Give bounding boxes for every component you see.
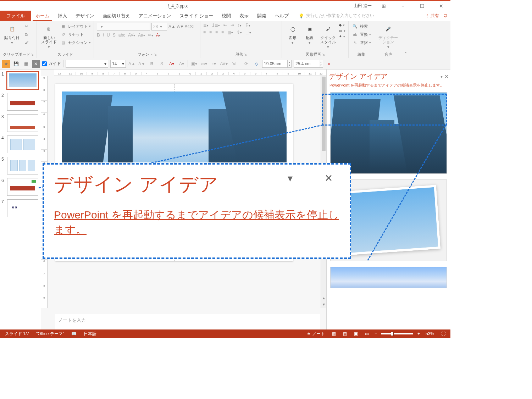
thumb-slide[interactable]: 2 [1, 93, 39, 111]
share-button[interactable]: ⇪ 共有 [426, 13, 439, 19]
shapes-button[interactable]: ◯図形▾ [285, 23, 300, 45]
arrange-button[interactable]: ▣配置▾ [302, 23, 317, 45]
collapse-ribbon-button[interactable]: ⌃ [402, 21, 409, 58]
close-pane-icon[interactable]: ✕ [32, 60, 40, 68]
notes-toggle[interactable]: ≐ ノート [304, 331, 328, 337]
strike-button[interactable]: abc [118, 33, 125, 38]
design-idea-item[interactable] [330, 267, 447, 288]
tab-help[interactable]: ヘルプ [271, 11, 293, 21]
shape-effects-button[interactable]: ✦▾ [339, 34, 345, 39]
launcher-icon[interactable]: ↘ [244, 52, 247, 56]
section-button[interactable]: ▤セクション▾ [60, 39, 91, 46]
tab-review[interactable]: 校閲 [217, 11, 235, 21]
reading-view-icon[interactable]: ▣ [350, 331, 361, 336]
guide-checkbox[interactable]: ガイド [42, 61, 61, 67]
scrollbar-thumb[interactable] [322, 77, 326, 151]
layout-button[interactable]: ▦レイアウト▾ [60, 23, 91, 30]
reset-button[interactable]: ↺リセット [60, 31, 91, 38]
ribbon-display-options[interactable]: ⊞ [377, 3, 391, 9]
align-center-button[interactable]: ≡ [209, 30, 212, 35]
dictate-button[interactable]: 🎤ディクテー ション▾ [377, 23, 399, 50]
shrink-font-icon[interactable]: A▼ [138, 60, 146, 68]
close-button[interactable]: ✕ [434, 3, 448, 9]
tab-view[interactable]: 表示 [235, 11, 253, 21]
pane-close-icon[interactable]: ✕ [445, 74, 448, 79]
group-icon[interactable]: ▭▾ [200, 60, 208, 68]
grid-icon[interactable]: ▦ [22, 60, 30, 68]
spacing-icon[interactable]: AV▾ [220, 60, 228, 68]
notes-placeholder[interactable]: ノートを入力 [55, 314, 320, 329]
save-icon[interactable]: 💾 [12, 60, 20, 68]
new-slide-button[interactable]: 🗎 新しい スライド ▾ [40, 23, 58, 50]
theme-name[interactable]: "Office テーマ" [33, 331, 68, 337]
justify-button[interactable]: ≡ [221, 30, 224, 35]
slide-counter[interactable]: スライド 1/7 [1, 331, 33, 337]
highlight-button[interactable]: ✏▾ [148, 33, 153, 38]
spinner[interactable]: ▲▼ [288, 60, 292, 68]
align-text-button[interactable]: ⇕▾ [237, 30, 242, 35]
thumb-slide[interactable]: 1 [1, 72, 39, 89]
indent-inc-button[interactable]: ⇥ [231, 23, 234, 28]
zoom-percent[interactable]: 53% [422, 331, 438, 336]
shape-fill-button[interactable]: ◆▾ [339, 23, 345, 27]
callout-close-icon[interactable]: ✕ [325, 172, 333, 184]
fit-window-icon[interactable]: ⛶ [438, 331, 449, 336]
spinner[interactable]: ▲▼ [319, 60, 323, 68]
thumb-slide[interactable]: 6 [1, 178, 39, 196]
font-name-combo[interactable]: ▾ [97, 23, 150, 31]
italic-button[interactable]: I [103, 33, 104, 38]
user-name[interactable]: 山田 進一 [354, 3, 372, 9]
launcher-icon[interactable]: ↘ [31, 52, 34, 56]
shape-icon[interactable]: ◇ [252, 60, 260, 68]
pane-menu-icon[interactable]: ▾ [440, 74, 443, 79]
prev-slide-icon[interactable]: ▴ [321, 295, 326, 302]
select-button[interactable]: ↖選択▾ [351, 39, 371, 46]
clear-format-icon[interactable]: A⌫ [185, 23, 193, 30]
zoom-slider[interactable] [381, 333, 413, 334]
zoom-out-button[interactable]: − [372, 331, 379, 336]
zoom-in-button[interactable]: + [415, 331, 422, 336]
grow-font-icon[interactable]: A▲ [128, 60, 136, 68]
slide-image[interactable] [62, 92, 287, 162]
shrink-font-icon[interactable]: A▼ [177, 23, 184, 30]
align-right-button[interactable]: ≡ [215, 30, 218, 35]
width-input[interactable]: 19.05 cm [262, 60, 288, 68]
columns-button[interactable]: ▥▾ [227, 30, 233, 35]
tell-me[interactable]: 💡 実行したい作業を入力してください [299, 11, 374, 21]
quick-style-button[interactable]: 🖌クイック スタイル▾ [319, 23, 337, 50]
align-left-button[interactable]: ≡ [203, 30, 206, 35]
format-painter-button[interactable]: 🖌 [23, 39, 30, 46]
tab-insert[interactable]: 挿入 [54, 11, 71, 21]
grow-font-icon[interactable]: A▲ [168, 23, 176, 30]
indent-dec-button[interactable]: ⇤ [223, 23, 227, 28]
text-direction-button[interactable]: ↧▾ [245, 23, 250, 28]
slideshow-view-icon[interactable]: ▭ [361, 331, 372, 336]
linespace-icon[interactable]: ↕▾ [210, 60, 218, 68]
callout-stop-link[interactable]: PowerPoint を再起動するまでアイデアの候補表示を停止します。 [54, 207, 340, 237]
tab-file[interactable]: ファイル [0, 11, 31, 21]
linespacing-button[interactable]: ↕▾ [238, 23, 242, 28]
more-icon[interactable]: » [325, 60, 333, 68]
find-button[interactable]: 🔍検索 [351, 23, 371, 30]
language-indicator[interactable]: 日本語 [80, 331, 100, 337]
tab-design[interactable]: デザイン [71, 11, 98, 21]
launcher-icon[interactable]: ↘ [154, 52, 157, 56]
design-idea-item[interactable] [330, 92, 447, 174]
copy-button[interactable]: ⧉ [23, 31, 30, 38]
tab-home[interactable]: ホーム [31, 11, 54, 21]
tab-developer[interactable]: 開発 [253, 11, 271, 21]
shadow-button[interactable]: S [113, 33, 116, 38]
numbering-button[interactable]: 1≣▾ [212, 23, 220, 28]
bold-button[interactable]: B [148, 60, 156, 68]
height-input[interactable]: 25.4 cm [294, 60, 319, 68]
rotate-icon[interactable]: ⟳ [242, 60, 250, 68]
align-icon[interactable]: ⇲ [230, 60, 238, 68]
align-obj-icon[interactable]: ▣▾ [190, 60, 198, 68]
cut-button[interactable]: ✂ [23, 23, 30, 30]
bold-button[interactable]: B [97, 33, 100, 38]
thumb-slide[interactable]: 3 [1, 114, 39, 132]
font-color-button[interactable]: A▾ [168, 60, 176, 68]
tab-animations[interactable]: アニメーション [134, 11, 175, 21]
callout-menu-icon[interactable]: ▾ [288, 172, 293, 184]
minimize-button[interactable]: − [396, 3, 410, 9]
